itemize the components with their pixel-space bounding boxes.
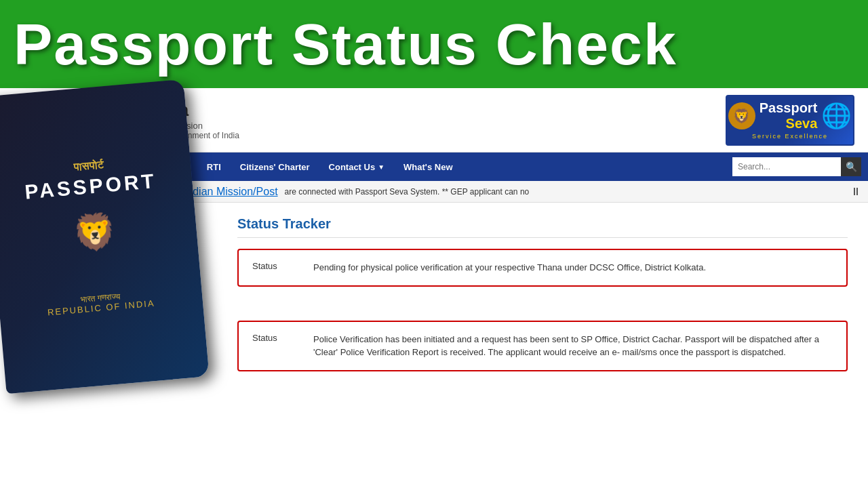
globe-icon: 🌐: [821, 102, 852, 130]
passport-word: PASSPORT: [24, 169, 157, 204]
status-value-1: Pending for physical police verification…: [313, 261, 706, 274]
search-container: 🔍: [732, 157, 861, 176]
service-text: Service Excellence: [752, 133, 828, 140]
top-banner: Passport Status Check: [0, 0, 868, 88]
status-tracker-title: Status Tracker: [237, 216, 848, 238]
main-area: पासपोर्ट PASSPORT 🦁 भारत गणराज्य REPUBLI…: [0, 203, 868, 399]
search-button[interactable]: 🔍: [841, 157, 861, 176]
nav-contact-us[interactable]: Contact Us ▼: [319, 152, 395, 181]
logo-passport-text: Passport: [760, 100, 818, 116]
nav-citizens-charter[interactable]: Citizens' Charter: [231, 152, 319, 181]
search-input[interactable]: [732, 157, 841, 176]
pause-icon[interactable]: ⏸: [850, 186, 861, 198]
logo-seva-text: Seva: [786, 116, 818, 131]
status-label-2: Status: [252, 333, 293, 343]
status-card-2: Status Police Verification has been init…: [237, 321, 848, 371]
banner-title: Passport Status Check: [14, 15, 677, 73]
ticker-text-after: are connected with Passport Seva System.…: [285, 187, 530, 197]
status-value-2: Police Verification has been initiated a…: [313, 333, 833, 359]
nav-whats-new[interactable]: What's New: [394, 152, 462, 181]
status-label-1: Status: [252, 261, 293, 271]
passport-book: पासपोर्ट PASSPORT 🦁 भारत गणराज्य REPUBLI…: [0, 79, 210, 394]
chevron-down-icon: ▼: [378, 163, 384, 171]
status-card-1: Status Pending for physical police verif…: [237, 249, 848, 287]
passport-book-overlay: पासपोर्ट PASSPORT 🦁 भारत गणराज्य REPUBLI…: [0, 87, 224, 433]
content-right: Status Tracker Status Pending for physic…: [237, 216, 848, 371]
passport-hindi-top: पासपोर्ट: [73, 159, 104, 174]
passport-seva-logo: 🦁 Passport Seva 🌐 Service Excellence: [726, 95, 854, 146]
passport-emblem: 🦁: [71, 209, 118, 254]
